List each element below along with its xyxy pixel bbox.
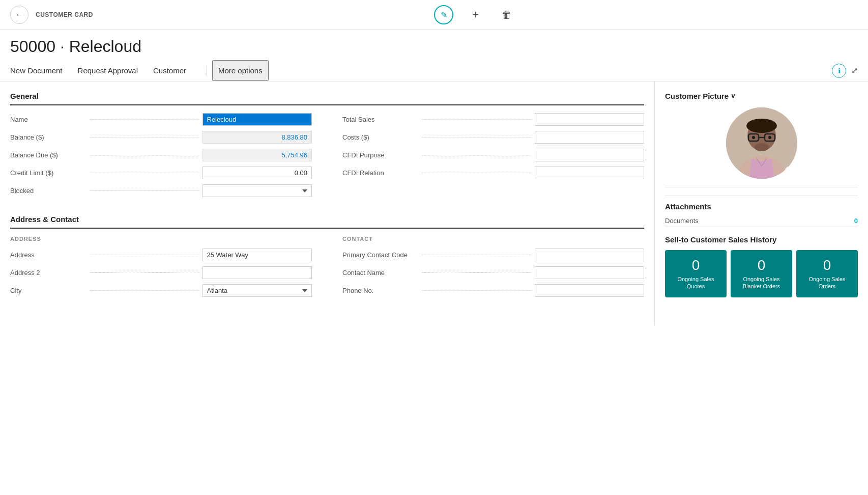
customer-avatar	[726, 107, 797, 179]
tab-customer[interactable]: Customer	[153, 61, 196, 80]
customer-picture-title: Customer Picture	[665, 92, 729, 100]
input-city: Atlanta	[202, 284, 312, 297]
info-button[interactable]: ℹ	[832, 64, 846, 78]
blocked-select[interactable]	[202, 184, 312, 197]
input-balance	[202, 131, 312, 144]
cfdi-relation-input[interactable]	[535, 167, 645, 179]
label-cfdi-purpose: CFDI Purpose	[342, 151, 419, 159]
back-button[interactable]: ←	[10, 6, 28, 24]
page-label: CUSTOMER CARD	[36, 11, 93, 18]
tile-number-quotes: 0	[671, 257, 720, 273]
nav-tabs: New Document Request Approval Customer M…	[0, 60, 868, 81]
dots-cfdi-purpose	[422, 155, 532, 155]
tile-label-quotes: Ongoing Sales Quotes	[671, 276, 720, 290]
main-content: General Name Balance ($)	[0, 81, 654, 325]
credit-limit-input[interactable]	[202, 167, 312, 179]
header: ← CUSTOMER CARD ✎ + 🗑	[0, 0, 868, 30]
collapse-button[interactable]: ⤢	[851, 66, 858, 75]
name-input[interactable]	[202, 113, 312, 126]
field-address: Address	[10, 246, 312, 264]
tile-label-blanket-orders: Ongoing Sales Blanket Orders	[737, 276, 786, 290]
delete-icon: 🗑	[502, 9, 512, 21]
balance-input	[202, 131, 312, 144]
tile-number-orders: 0	[802, 257, 852, 273]
field-city: City Atlanta	[10, 282, 312, 299]
nav-right: ℹ ⤢	[832, 64, 858, 78]
documents-count[interactable]: 0	[854, 217, 858, 225]
tile-label-orders: Ongoing Sales Orders	[802, 276, 852, 290]
sales-tile-orders[interactable]: 0 Ongoing Sales Orders	[796, 250, 858, 297]
label-blocked: Blocked	[10, 187, 86, 195]
field-credit-limit: Credit Limit ($)	[10, 164, 312, 182]
label-address: Address	[10, 251, 86, 259]
input-balance-due	[202, 149, 312, 161]
general-section: General Name Balance ($)	[10, 92, 644, 200]
edit-button[interactable]: ✎	[434, 5, 453, 24]
nav-divider	[207, 66, 207, 76]
sales-tile-blanket-orders[interactable]: 0 Ongoing Sales Blanket Orders	[731, 250, 792, 297]
address-input[interactable]	[202, 249, 312, 261]
input-address	[202, 249, 312, 261]
field-costs: Costs ($)	[342, 128, 644, 146]
svg-point-10	[768, 136, 771, 139]
phone-no-input[interactable]	[535, 284, 645, 297]
input-credit-limit	[202, 167, 312, 179]
label-credit-limit: Credit Limit ($)	[10, 169, 86, 177]
svg-point-7	[746, 119, 777, 133]
dots-name	[90, 119, 199, 120]
total-sales-input[interactable]	[535, 113, 645, 126]
address2-input[interactable]	[202, 266, 312, 279]
cfdi-purpose-input[interactable]	[535, 149, 645, 161]
input-blocked	[202, 184, 312, 197]
general-fields-left: Name Balance ($)	[10, 111, 312, 200]
tile-number-blanket-orders: 0	[737, 257, 786, 273]
dots-credit-limit	[90, 173, 199, 173]
dots-address2	[90, 272, 199, 273]
sales-tiles: 0 Ongoing Sales Quotes 0 Ongoing Sales B…	[665, 250, 858, 297]
add-button[interactable]: +	[466, 5, 485, 24]
delete-button[interactable]: 🗑	[497, 5, 516, 24]
page-title: 50000 · Relecloud	[10, 37, 141, 56]
tab-request-approval[interactable]: Request Approval	[78, 61, 148, 80]
tab-more-options[interactable]: More options	[212, 60, 269, 81]
customer-picture-section: Customer Picture ∨	[665, 92, 858, 179]
balance-due-input	[202, 149, 312, 161]
dots-blocked	[90, 190, 199, 191]
customer-picture-header[interactable]: Customer Picture ∨	[665, 92, 858, 100]
contact-name-input[interactable]	[535, 266, 645, 279]
label-total-sales: Total Sales	[342, 116, 419, 123]
input-contact-name	[535, 266, 645, 279]
dots-phone-no	[422, 290, 532, 291]
contact-column: CONTACT Primary Contact Code Contact Nam…	[342, 234, 644, 299]
sales-history-title: Sell-to Customer Sales History	[665, 235, 858, 244]
input-total-sales	[535, 113, 645, 126]
sidebar: Customer Picture ∨	[654, 81, 868, 325]
input-primary-contact-code	[535, 249, 645, 261]
address-header: ADDRESS	[10, 236, 312, 242]
field-cfdi-relation: CFDI Relation	[342, 164, 644, 182]
field-phone-no: Phone No.	[342, 282, 644, 299]
address-contact-title: Address & Contact	[10, 215, 644, 229]
label-primary-contact-code: Primary Contact Code	[342, 251, 419, 259]
label-city: City	[10, 287, 86, 294]
dots-balance-due	[90, 155, 199, 155]
dots-total-sales	[422, 119, 532, 120]
input-cfdi-relation	[535, 167, 645, 179]
tab-new-document[interactable]: New Document	[10, 61, 73, 80]
address-contact-section: Address & Contact ADDRESS Address	[10, 215, 644, 299]
attachments-row: Documents 0	[665, 215, 858, 227]
field-balance-due: Balance Due ($)	[10, 146, 312, 164]
title-bar: 50000 · Relecloud	[0, 30, 868, 60]
primary-contact-code-input[interactable]	[535, 249, 645, 261]
label-phone-no: Phone No.	[342, 287, 419, 294]
documents-label: Documents	[665, 217, 699, 225]
city-select[interactable]: Atlanta	[202, 284, 312, 297]
label-balance-due: Balance Due ($)	[10, 151, 86, 159]
field-primary-contact-code: Primary Contact Code	[342, 246, 644, 264]
field-name: Name	[10, 111, 312, 128]
sales-tile-quotes[interactable]: 0 Ongoing Sales Quotes	[665, 250, 727, 297]
svg-point-9	[752, 136, 755, 139]
costs-input[interactable]	[535, 131, 645, 144]
svg-point-8	[755, 143, 769, 151]
dots-address	[90, 255, 199, 255]
